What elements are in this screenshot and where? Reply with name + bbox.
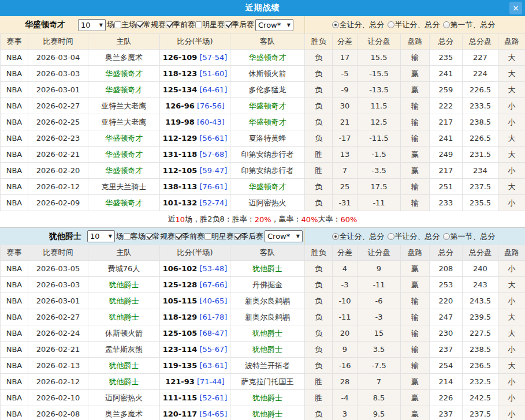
cell-spread-result: 输 <box>401 195 430 211</box>
cell-home-team: 华盛顿奇才 <box>88 82 160 98</box>
games-count-select[interactable]: 10 ▼ <box>87 230 115 242</box>
cell-away-team: 夏洛特黄蜂 <box>230 130 305 147</box>
bookmaker-select[interactable]: Crow* ▼ <box>265 230 303 242</box>
radio-icon[interactable] <box>443 21 450 28</box>
cell-total-line: 238.5 <box>463 342 498 358</box>
venue-checkbox-label: 主场 <box>121 20 136 30</box>
cell-over-under: 大 <box>498 309 525 325</box>
cell-over-under: 小 <box>498 261 525 277</box>
bookmaker-select[interactable]: Crow* ▼ <box>255 19 293 31</box>
cell-date: 2026-03-05 <box>28 261 88 277</box>
full-spread-total-radio[interactable]: 全让分、总分 <box>332 231 385 242</box>
checkbox-icon[interactable] <box>225 21 232 28</box>
games-suffix-label: 场 <box>107 20 114 30</box>
cell-spread-line: 12.5 <box>358 114 401 130</box>
cell-score: 118-129 [61-78] <box>160 309 230 325</box>
column-header: 总分盘 <box>463 245 498 261</box>
halftime-score: [59-47] <box>197 166 227 175</box>
checkbox-icon[interactable] <box>114 21 121 28</box>
cell-spread-result: 输 <box>401 293 430 309</box>
checkbox-icon[interactable] <box>136 21 143 28</box>
cell-score: 126-96 [76-56] <box>160 98 230 114</box>
cell-total-points: 222 <box>430 98 463 114</box>
final-score: 126-109 <box>163 53 198 62</box>
cell-spread-line: -3.5 <box>358 163 401 179</box>
preseason-checkbox[interactable]: 季前赛 <box>166 20 195 30</box>
checkbox-icon[interactable] <box>124 233 131 240</box>
cell-over-under: 大 <box>498 82 525 98</box>
checkbox-icon[interactable] <box>204 233 211 240</box>
radio-icon[interactable] <box>332 21 339 28</box>
cell-total-line: 224 <box>463 66 498 82</box>
cell-spread-line: -11 <box>358 277 401 293</box>
final-score: 119-135 <box>163 361 198 370</box>
radio-icon[interactable] <box>332 233 339 240</box>
cell-result: 负 <box>305 179 333 195</box>
venue-checkbox[interactable]: 客场 <box>124 231 146 242</box>
cell-point-diff: -16 <box>333 358 358 374</box>
cell-spread-result: 赢 <box>401 406 430 420</box>
column-header: 胜负 <box>305 245 333 261</box>
cell-result: 负 <box>305 309 333 325</box>
column-header: 比分(半场) <box>160 34 230 50</box>
cell-result: 负 <box>305 358 333 374</box>
allstar-checkbox[interactable]: 明星赛 <box>204 231 234 242</box>
match-row: NBA2026-03-04奥兰多魔术126-109 [57-54]华盛顿奇才负1… <box>1 50 525 66</box>
games-count-select[interactable]: 10 ▼ <box>78 19 106 31</box>
checkbox-icon[interactable] <box>146 233 152 240</box>
preseason-label: 季前赛 <box>173 20 195 30</box>
checkbox-icon[interactable] <box>195 21 202 28</box>
full-spread-total-radio[interactable]: 全让分、总分 <box>332 20 385 30</box>
playoffs-checkbox[interactable]: 季后赛 <box>225 20 254 30</box>
cell-league: NBA <box>1 342 28 358</box>
regular-season-checkbox[interactable]: 常规赛 <box>136 20 166 30</box>
regular-season-checkbox[interactable]: 常规赛 <box>146 231 175 242</box>
cell-league: NBA <box>1 82 28 98</box>
cell-spread-result: 赢 <box>401 147 430 163</box>
final-score: 125-128 <box>163 280 198 289</box>
cell-league: NBA <box>1 179 28 195</box>
cell-score: 101-132 [52-74] <box>160 195 230 211</box>
match-row: NBA2026-03-03华盛顿奇才118-123 [51-60]休斯顿火箭负-… <box>1 66 525 82</box>
column-header: 盘路 <box>498 245 525 261</box>
first-quarter-total-radio[interactable]: 第一节、总分 <box>443 231 496 242</box>
first-quarter-total-label: 第一节、总分 <box>450 20 496 30</box>
radio-icon[interactable] <box>443 233 450 240</box>
half-spread-total-label: 半让分、总分 <box>395 231 440 242</box>
cell-home-team: 华盛顿奇才 <box>88 147 160 163</box>
checkbox-icon[interactable] <box>234 233 241 240</box>
cell-total-line: 226.5 <box>463 130 498 147</box>
checkbox-icon[interactable] <box>166 21 173 28</box>
radio-icon[interactable] <box>388 233 394 240</box>
checkbox-icon[interactable] <box>175 233 182 240</box>
cell-score: 112-129 [56-61] <box>160 130 230 147</box>
final-score: 118-123 <box>163 69 198 78</box>
cell-result: 负 <box>305 98 333 114</box>
final-score: 101-132 <box>163 198 198 207</box>
venue-checkbox[interactable]: 主场 <box>114 20 136 30</box>
cell-point-diff: 17 <box>333 50 358 66</box>
radio-icon[interactable] <box>388 21 394 28</box>
cell-league: NBA <box>1 98 28 114</box>
preseason-checkbox[interactable]: 季前赛 <box>175 231 204 242</box>
cell-spread-line: 9 <box>358 261 401 277</box>
half-spread-total-radio[interactable]: 半让分、总分 <box>388 20 440 30</box>
cell-total-line: 239.5 <box>463 309 498 325</box>
cell-total-line: 233.5 <box>463 98 498 114</box>
column-header: 比赛时间 <box>28 34 88 50</box>
cell-away-team: 华盛顿奇才 <box>230 98 305 114</box>
cell-total-line: 234 <box>463 163 498 179</box>
cell-point-diff: -10 <box>333 293 358 309</box>
cell-total-line: 231.5 <box>463 147 498 163</box>
half-spread-total-radio[interactable]: 半让分、总分 <box>388 231 440 242</box>
close-button[interactable]: ✕ <box>509 2 522 14</box>
final-score: 138-113 <box>163 182 198 191</box>
playoffs-checkbox[interactable]: 季后赛 <box>234 231 263 242</box>
first-quarter-total-radio[interactable]: 第一节、总分 <box>443 20 496 30</box>
cell-score: 138-113 [76-61] <box>160 179 230 195</box>
cell-away-team: 新奥尔良鹈鹕 <box>230 309 305 325</box>
cell-point-diff: 9 <box>333 342 358 358</box>
halftime-score: [57-54] <box>197 53 227 62</box>
allstar-checkbox[interactable]: 明星赛 <box>195 20 225 30</box>
cell-spread-line: 8.5 <box>358 390 401 406</box>
